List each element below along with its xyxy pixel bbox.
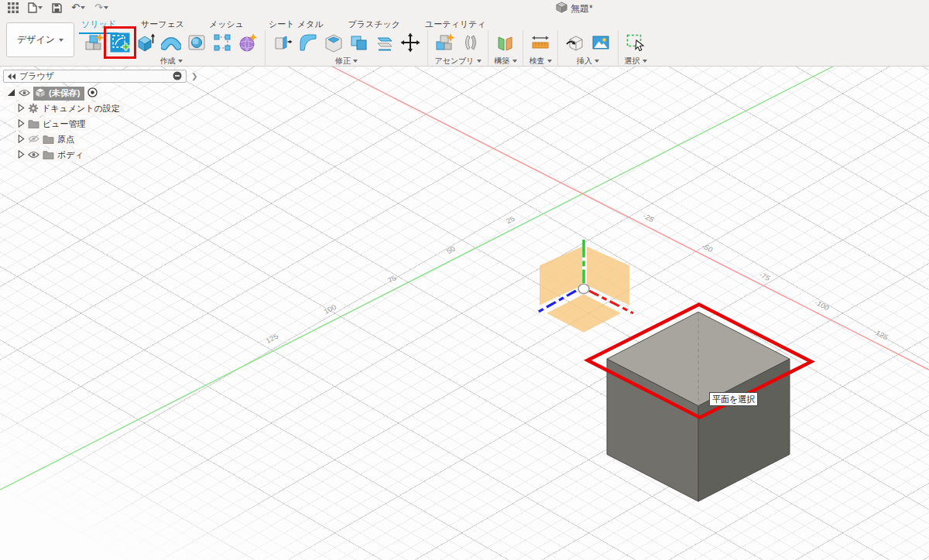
joint-icon[interactable] — [459, 31, 482, 54]
browser-item-origin[interactable]: 原点 — [14, 133, 78, 146]
origin-point — [578, 284, 589, 293]
group-modify: 修正 — [266, 30, 428, 67]
title-bar: ↶ ↷ 無題* — [0, 0, 929, 15]
browser-item-view-management[interactable]: ビュー管理 — [14, 118, 90, 131]
chevron-down-icon — [178, 60, 183, 63]
insert-derive-icon[interactable] — [564, 31, 587, 54]
browser-minimize-icon[interactable] — [173, 71, 182, 82]
gear-icon — [28, 103, 39, 115]
origin-plane-bottom — [547, 294, 621, 332]
file-icon — [28, 2, 37, 13]
chevron-down-icon — [353, 60, 358, 63]
svg-text:-75: -75 — [758, 271, 772, 282]
visibility-off-eye-icon[interactable] — [28, 135, 39, 145]
origin-plane-right — [587, 247, 629, 306]
construct-plane-icon[interactable] — [494, 31, 517, 54]
document-title: 無題* — [556, 2, 593, 15]
svg-text:75: 75 — [386, 274, 397, 285]
visibility-eye-icon[interactable] — [28, 151, 39, 160]
redo-icon: ↷ — [94, 3, 103, 12]
new-component-icon[interactable] — [83, 31, 106, 54]
combine-icon[interactable] — [348, 31, 371, 54]
root-document-label: (未保存) — [49, 87, 80, 99]
browser-panel: ブラウザ ❯ — [3, 70, 187, 83]
activate-component-radio[interactable] — [87, 87, 98, 99]
undo-icon: ↶ — [71, 3, 80, 12]
shell-icon[interactable] — [322, 31, 345, 54]
collapse-panel-icon[interactable] — [8, 72, 15, 81]
app-grid-icon[interactable] — [5, 2, 22, 14]
browser-item-document-settings[interactable]: ドキュメントの設定 — [14, 102, 124, 115]
fillet-icon[interactable] — [297, 31, 320, 54]
group-insert: 挿入 — [558, 30, 619, 67]
file-menu-button[interactable] — [25, 2, 46, 14]
chevron-down-icon — [512, 60, 517, 63]
svg-text:-100: -100 — [813, 298, 831, 312]
measure-icon[interactable] — [529, 31, 552, 54]
cube-body — [607, 312, 790, 501]
collapsed-triangle-icon[interactable] — [18, 135, 25, 145]
chevron-down-icon — [595, 60, 599, 63]
canvas-image-icon[interactable] — [589, 31, 612, 54]
group-insert-menu[interactable]: 挿入 — [577, 56, 599, 67]
collapsed-triangle-icon[interactable] — [18, 119, 25, 129]
browser-header[interactable]: ブラウザ — [3, 70, 187, 83]
assembly-new-component-icon[interactable] — [434, 31, 457, 54]
collapsed-triangle-icon[interactable] — [18, 104, 25, 114]
svg-text:125: 125 — [264, 332, 279, 344]
browser-item-bodies[interactable]: ボディ — [14, 149, 87, 162]
chevron-down-icon — [477, 60, 482, 63]
save-icon — [52, 3, 62, 13]
press-pull-icon[interactable] — [271, 31, 294, 54]
project-geometry-icon[interactable] — [211, 31, 234, 54]
select-icon[interactable] — [624, 31, 647, 54]
browser-root-item[interactable]: (未保存) — [3, 87, 101, 100]
move-icon[interactable] — [399, 31, 422, 54]
extrude-icon[interactable] — [134, 31, 157, 54]
chevron-down-icon — [38, 6, 43, 9]
collapsed-triangle-icon[interactable] — [18, 150, 25, 160]
group-inspect: 検査 — [523, 30, 558, 67]
group-modify-menu[interactable]: 修正 — [335, 56, 358, 67]
save-button[interactable] — [49, 2, 65, 14]
group-create-menu[interactable]: 作成 — [160, 56, 183, 67]
root-selected-chip[interactable]: (未保存) — [33, 87, 84, 101]
svg-text:-50: -50 — [701, 242, 715, 254]
group-construct: 構築 — [488, 30, 523, 67]
create-sketch-icon[interactable] — [108, 31, 132, 54]
red-axis-line — [332, 67, 929, 370]
browser-tree: (未保存) ドキュメントの設定 — [3, 87, 124, 162]
chevron-down-icon — [104, 6, 108, 9]
svg-text:100: 100 — [322, 302, 338, 315]
group-inspect-menu[interactable]: 検査 — [530, 56, 552, 67]
hole-icon[interactable] — [185, 31, 208, 54]
expanded-triangle-icon[interactable] — [7, 88, 15, 98]
sweep-icon[interactable] — [159, 31, 183, 54]
svg-text:50: 50 — [444, 244, 456, 255]
group-create: 作成 — [77, 30, 266, 67]
group-construct-menu[interactable]: 構築 — [495, 56, 517, 67]
selection-tooltip: 平面を選択 — [709, 392, 758, 406]
coil-icon[interactable] — [236, 31, 259, 54]
ribbon-icons: 作成 — [77, 30, 653, 67]
group-select: 選択 — [619, 30, 653, 67]
scene: 25 50 75 100 125 -25 -50 -75 -100 -125 — [0, 67, 929, 560]
panel-resize-handle[interactable]: ❯ — [191, 72, 197, 80]
group-assemble: アセンブリ — [428, 30, 488, 67]
svg-text:-125: -125 — [872, 327, 890, 341]
document-title-text: 無題* — [571, 2, 593, 15]
redo-button[interactable]: ↷ — [91, 2, 111, 13]
browser-title: ブラウザ — [19, 70, 169, 82]
viewport-canvas[interactable]: 25 50 75 100 125 -25 -50 -75 -100 -125 — [0, 67, 929, 560]
folder-icon — [43, 150, 54, 161]
undo-button[interactable]: ↶ — [68, 2, 88, 13]
group-select-menu[interactable]: 選択 — [625, 56, 647, 67]
workspace-selector-button[interactable]: デザイン — [6, 22, 74, 57]
chevron-down-icon — [643, 60, 647, 63]
component-cube-icon — [35, 87, 46, 100]
chevron-down-icon — [59, 39, 63, 42]
visibility-eye-icon[interactable] — [19, 89, 30, 98]
offset-face-icon[interactable] — [373, 31, 396, 54]
ribbon-toolbar: デザイン ソリッド サーフェス メッシュ シート メタル プラスチック ユーティ… — [0, 15, 929, 67]
group-assemble-menu[interactable]: アセンブリ — [434, 56, 481, 67]
